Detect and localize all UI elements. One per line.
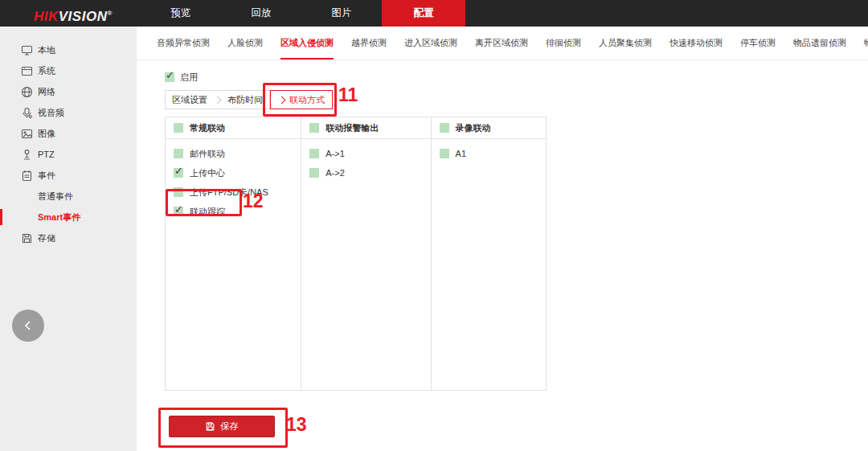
column-header-label: 录像联动 [456,122,491,134]
image-icon [20,127,33,140]
sidebar-item-local[interactable]: 本地 [0,39,137,60]
nav-item-playback[interactable]: 回放 [221,0,301,27]
column-header-label: 常规联动 [190,122,225,134]
chevron-right-icon [214,96,222,104]
sidebar-item-image[interactable]: 图像 [0,123,137,144]
registered-mark: ® [107,10,112,17]
item-label: A->1 [326,149,345,158]
column-header: 录像联动 [432,117,546,139]
monitor-icon [20,43,33,56]
sidebar: 本地 系统 网络 视音频 [0,27,137,451]
tab-parking[interactable]: 停车侦测 [740,27,776,59]
nav-item-preview[interactable]: 预览 [141,0,221,27]
alarm-output-a1-checkbox[interactable] [309,149,319,158]
item-label: A1 [456,149,466,158]
list-item: 上传中心 [166,163,301,182]
save-button[interactable]: 保存 [169,416,275,437]
sidebar-collapse-button[interactable] [12,310,44,342]
column-header-label: 联动报警输出 [326,122,379,134]
column-alarm-output: 联动报警输出 A->1 A->2 [301,117,431,390]
microphone-icon [20,106,33,119]
sidebar-item-label: 图像 [38,128,55,140]
config-subtabs: 区域设置 布防时间 联动方式 [165,90,333,109]
sidebar-item-storage[interactable]: 存储 [0,228,137,248]
top-nav: 预览 回放 图片 配置 [141,0,465,27]
sidebar-list: 本地 系统 网络 视音频 [0,27,137,248]
select-all-checkbox[interactable] [440,123,449,133]
sidebar-item-network[interactable]: 网络 [0,81,137,102]
column-normal-linkage: 常规联动 邮件联动 上传中心 上传FTP/SD卡/NAS [166,117,301,390]
list-item: 上传FTP/SD卡/NAS [166,182,301,202]
subtab-label: 联动方式 [289,94,325,106]
tab-loitering[interactable]: 徘徊侦测 [546,27,581,59]
list-item: A->2 [301,163,430,182]
tab-audio-exception[interactable]: 音频异常侦测 [157,27,210,59]
sidebar-item-basic-event[interactable]: 普通事件 [0,186,137,207]
ptz-joystick-icon [20,148,33,161]
floppy-save-icon [205,421,215,432]
sidebar-item-ptz[interactable]: PTZ [0,144,137,165]
tab-region-entrance[interactable]: 进入区域侦测 [404,27,457,59]
sidebar-item-label: 普通事件 [38,191,73,203]
tab-region-exiting[interactable]: 离开区域侦测 [475,27,528,59]
tab-fast-moving[interactable]: 快速移动侦测 [669,27,723,59]
chevron-left-icon [22,319,35,332]
item-label: 上传FTP/SD卡/NAS [190,187,268,199]
sidebar-item-label: 本地 [38,44,55,56]
top-bar: HIKVISION® 预览 回放 图片 配置 [0,0,868,27]
sidebar-item-label: 事件 [38,170,55,182]
nav-item-configuration[interactable]: 配置 [382,0,465,27]
subtab-region-settings[interactable]: 区域设置 [166,94,214,106]
save-button-label: 保存 [220,420,239,433]
hikvision-logo: HIKVISION® [34,0,113,27]
select-all-checkbox[interactable] [309,123,319,133]
upload-ftp-checkbox[interactable] [174,187,183,197]
column-header: 联动报警输出 [301,117,430,139]
tab-face-detection[interactable]: 人脸侦测 [227,27,263,59]
enable-checkbox[interactable] [165,72,174,82]
alarm-output-a2-checkbox[interactable] [309,168,319,178]
select-all-checkbox[interactable] [174,123,183,133]
list-item: A1 [432,144,546,163]
globe-icon [20,85,33,98]
tab-line-crossing[interactable]: 越界侦测 [351,27,387,59]
column-body: A->1 A->2 [301,139,430,182]
event-clipboard-icon [20,169,33,182]
nav-item-picture[interactable]: 图片 [301,0,382,27]
tab-object-removal[interactable]: 物品拿取侦测 [864,27,868,59]
sidebar-item-label: Smart事件 [38,211,80,223]
enable-label: 启用 [180,72,198,84]
sidebar-item-label: 视音频 [38,107,64,119]
item-label: 上传中心 [190,167,225,179]
sidebar-item-smart-event[interactable]: Smart事件 [0,207,137,228]
sidebar-item-system[interactable]: 系统 [0,60,137,81]
column-body: A1 [432,139,546,163]
record-a1-checkbox[interactable] [440,149,449,158]
tab-intrusion-detection[interactable]: 区域入侵侦测 [280,27,334,59]
tab-unattended-baggage[interactable]: 物品遗留侦测 [793,27,846,59]
sidebar-item-event[interactable]: 事件 [0,165,137,186]
linkage-table: 常规联动 邮件联动 上传中心 上传FTP/SD卡/NAS [165,117,547,391]
subtab-linkage-method[interactable]: 联动方式 [270,90,333,109]
main-content: 音频异常侦测 人脸侦测 区域入侵侦测 越界侦测 进入区域侦测 离开区域侦测 徘徊… [137,27,868,451]
logo-text-vision: VISION [59,9,108,24]
sidebar-item-label: 系统 [38,65,55,77]
list-item: 联动跟踪 [166,202,301,221]
window-icon [20,64,33,77]
email-linkage-checkbox[interactable] [174,149,183,158]
annotation-number-11: 11 [338,86,358,105]
list-item: 邮件联动 [166,144,301,163]
smart-tracking-checkbox[interactable] [174,207,183,216]
tab-people-gathering[interactable]: 人员聚集侦测 [599,27,652,59]
notify-center-checkbox[interactable] [174,168,183,178]
sidebar-item-audio-video[interactable]: 视音频 [0,102,137,123]
item-label: A->2 [326,168,345,178]
column-body: 邮件联动 上传中心 上传FTP/SD卡/NAS 联动跟踪 [166,139,301,221]
column-record-linkage: 录像联动 A1 [432,117,546,390]
subtab-arming-schedule[interactable]: 布防时间 [221,94,269,106]
subtab-group: 区域设置 布防时间 [165,90,270,109]
chevron-right-icon [278,96,286,104]
sidebar-item-label: 存储 [38,232,55,244]
item-label: 联动跟踪 [190,206,225,218]
list-item: A->1 [301,144,430,163]
